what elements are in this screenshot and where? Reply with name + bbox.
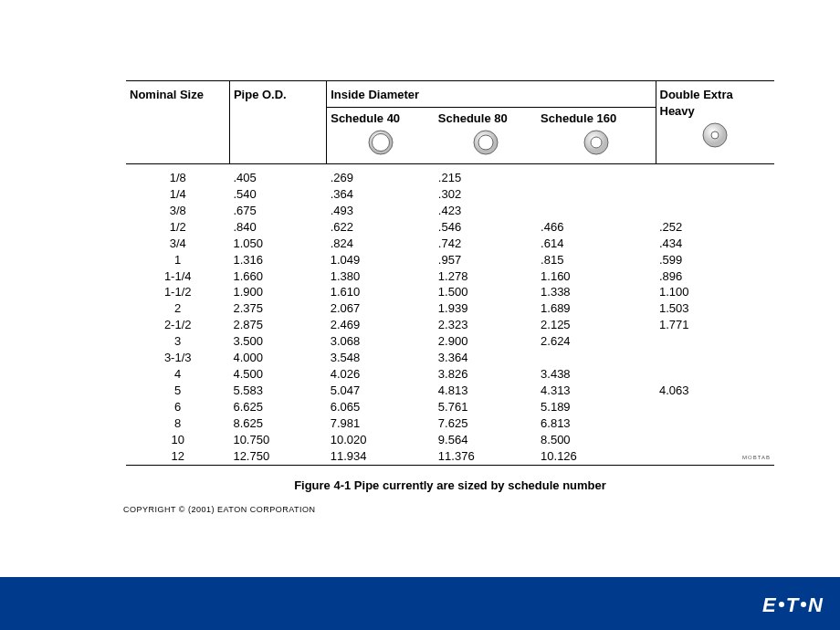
cell-s160: 3.438 [537, 366, 656, 383]
ring-icon [541, 129, 651, 156]
ring-icon [660, 121, 772, 149]
cell-od: .840 [229, 219, 326, 236]
table-row: 1-1/41.6601.3801.2781.160.896 [126, 268, 774, 285]
cell-nom: 1 [126, 252, 229, 268]
cell-s80: 1.500 [435, 284, 537, 300]
table-row: 1-1/21.9001.6101.5001.3381.100 [126, 284, 774, 300]
cell-od: 6.625 [229, 399, 326, 415]
cell-deh: .434 [656, 236, 774, 252]
table-row: 1/4.540.364.302 [126, 186, 774, 203]
cell-od: 5.583 [229, 383, 326, 399]
table-body: 1/8.405.269.2151/4.540.364.3023/8.675.49… [126, 163, 774, 464]
cell-s40: .269 [327, 163, 435, 185]
col-schedule-80: Schedule 80 [435, 107, 537, 163]
cell-s40: 4.026 [327, 366, 435, 383]
cell-deh [656, 333, 774, 350]
cell-s160: 1.689 [537, 300, 656, 317]
cell-s80: 3.364 [435, 350, 537, 366]
cell-deh [656, 366, 774, 383]
col-pipe-od: Pipe O.D. [229, 81, 326, 164]
cell-s160: .466 [537, 219, 656, 236]
cell-s40: 1.610 [327, 284, 435, 300]
cell-nom: 5 [126, 383, 229, 399]
cell-s160: 6.813 [537, 415, 656, 432]
cell-od: 10.750 [229, 432, 326, 448]
cell-od: .675 [229, 203, 326, 219]
table-wrapper: Nominal Size Pipe O.D. Inside Diameter D… [126, 80, 774, 514]
cell-s80: .742 [435, 236, 537, 252]
cell-nom: 6 [126, 399, 229, 415]
table-row: 66.6256.0655.7615.189 [126, 399, 774, 415]
figure-caption: Figure 4-1 Pipe currently are sized by s… [126, 478, 774, 492]
cell-s80: .423 [435, 203, 537, 219]
svg-point-3 [373, 133, 390, 151]
cell-deh: .599 [656, 252, 774, 268]
cell-s80: .957 [435, 252, 537, 268]
cell-nom: 3/8 [126, 203, 229, 219]
cell-deh: 1.771 [656, 317, 774, 333]
cell-nom: 3 [126, 333, 229, 350]
cell-nom: 3/4 [126, 236, 229, 252]
table-row: 44.5004.0263.8263.438 [126, 366, 774, 383]
col-double-extra-heavy-label: Double Extra Heavy [660, 88, 733, 118]
cell-s40: .364 [327, 186, 435, 203]
cell-deh [656, 203, 774, 219]
table-row: 22.3752.0671.9391.6891.503 [126, 300, 774, 317]
cell-od: 2.875 [229, 317, 326, 333]
cell-s160: .815 [537, 252, 656, 268]
cell-nom: 10 [126, 432, 229, 448]
cell-s40: 2.469 [327, 317, 435, 333]
table-row: 3/41.050.824.742.614.434 [126, 236, 774, 252]
cell-od: .405 [229, 163, 326, 185]
cell-s160: 2.125 [537, 317, 656, 333]
cell-s40: 1.380 [327, 268, 435, 285]
ring-icon [331, 129, 431, 156]
cell-s80: 2.900 [435, 333, 537, 350]
cell-s160 [537, 203, 656, 219]
cell-s160 [537, 350, 656, 366]
cell-s80: .546 [435, 219, 537, 236]
cell-deh: 1.503 [656, 300, 774, 317]
cell-nom: 2-1/2 [126, 317, 229, 333]
cell-nom: 2 [126, 300, 229, 317]
eaton-logo: ETN [762, 593, 824, 617]
cell-deh: 1.100 [656, 284, 774, 300]
cell-s160: 4.313 [537, 383, 656, 399]
cell-od: 4.500 [229, 366, 326, 383]
table-row: 3/8.675.493.423 [126, 203, 774, 219]
cell-od: 1.316 [229, 252, 326, 268]
cell-s80: .302 [435, 186, 537, 203]
cell-deh [656, 399, 774, 415]
cell-s40: 11.934 [327, 448, 435, 465]
table-row: 1/8.405.269.215 [126, 163, 774, 185]
cell-s40: 3.068 [327, 333, 435, 350]
cell-od: 1.050 [229, 236, 326, 252]
cell-nom: 1-1/2 [126, 284, 229, 300]
cell-s40: .493 [327, 203, 435, 219]
cell-s80: 9.564 [435, 432, 537, 448]
cell-s160: 1.160 [537, 268, 656, 285]
col-schedule-40-label: Schedule 40 [331, 111, 400, 125]
cell-s40: 5.047 [327, 383, 435, 399]
cell-od: 1.900 [229, 284, 326, 300]
cell-od: 3.500 [229, 333, 326, 350]
cell-s80: 2.323 [435, 317, 537, 333]
cell-deh: 4.063 [656, 383, 774, 399]
cell-s160 [537, 186, 656, 203]
col-schedule-80-label: Schedule 80 [438, 111, 508, 125]
cell-s160: 1.338 [537, 284, 656, 300]
cell-s80: 1.278 [435, 268, 537, 285]
cell-deh [656, 186, 774, 203]
cell-od: 8.625 [229, 415, 326, 432]
cell-s40: 2.067 [327, 300, 435, 317]
table-row: 1212.75011.93411.37610.126 [126, 448, 774, 465]
cell-s40: .824 [327, 236, 435, 252]
cell-nom: 1-1/4 [126, 268, 229, 285]
cell-s40: .622 [327, 219, 435, 236]
cell-nom: 8 [126, 415, 229, 432]
footer-bar: ETN [0, 577, 840, 630]
cell-deh: .896 [656, 268, 774, 285]
cell-s160 [537, 163, 656, 185]
table-row: 1/2.840.622.546.466.252 [126, 219, 774, 236]
col-schedule-160-label: Schedule 160 [541, 111, 616, 125]
